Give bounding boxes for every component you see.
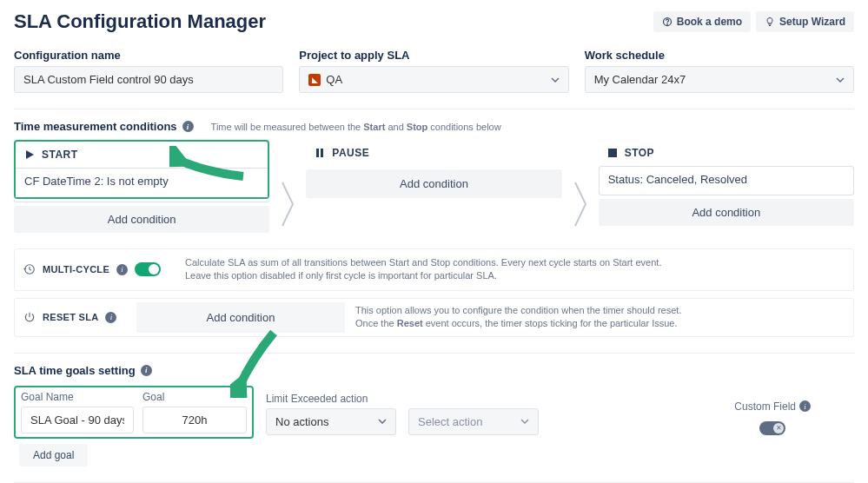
goal-value-input[interactable] [142,407,247,433]
stop-header: STOP [599,140,854,166]
stop-condition[interactable]: Status: Canceled, Resolved [599,166,854,195]
goals-title: SLA time goals setting i [14,364,854,377]
multicycle-desc: Calculate SLA as sum of all transitions … [185,256,661,283]
schedule-label: Work schedule [585,49,854,62]
project-label: Project to apply SLA [299,49,568,62]
bulb-icon [765,17,775,27]
svg-point-1 [666,23,667,24]
stop-icon [607,148,618,158]
tmc-title: Time measurement conditions i [14,120,194,133]
chevron-down-icon [378,417,387,426]
add-goal-button[interactable]: Add goal [19,444,88,466]
multicycle-label: MULTI-CYCLE [43,264,109,275]
svg-rect-2 [316,149,319,157]
start-header: START [16,142,268,168]
pause-icon [315,148,325,158]
book-demo-button[interactable]: Book a demo [653,11,751,32]
play-icon [24,149,35,160]
separator-chevron [571,140,590,233]
limit-header: Limit Exceeded action [266,393,396,405]
tmc-hint: Time will be measured between the Start … [211,122,501,132]
info-icon[interactable]: i [116,264,128,275]
question-icon [662,17,673,27]
start-add-condition-button[interactable]: Add condition [14,206,269,233]
info-icon[interactable]: i [182,121,194,132]
project-select[interactable]: ◣QA [299,66,568,93]
multicycle-row: MULTI-CYCLE i Calculate SLA as sum of al… [14,248,854,291]
reset-desc: This option allows you to configure the … [345,299,692,336]
chevron-down-icon [836,76,845,84]
multicycle-toggle[interactable] [135,262,161,276]
pause-add-condition-button[interactable]: Add condition [306,169,561,198]
config-name-input[interactable] [14,66,283,93]
separator-chevron [278,140,297,233]
custom-field-header: Custom Field i [734,400,811,413]
goal-name-header: Goal Name [21,391,134,403]
info-icon[interactable]: i [799,400,811,412]
chevron-down-icon [520,417,529,426]
info-icon[interactable]: i [105,312,116,323]
limit-action-select[interactable]: No actions [266,408,396,435]
setup-wizard-button[interactable]: Setup Wizard [756,11,854,32]
reset-row: RESET SLA i Add condition This option al… [14,298,854,337]
power-icon [23,311,36,323]
goal-header: Goal [142,391,247,403]
page-title: SLA Configuration Manager [14,10,266,33]
select-action-select[interactable]: Select action [408,408,539,435]
history-icon [23,263,36,275]
chevron-down-icon [551,76,560,84]
reset-add-condition-button[interactable]: Add condition [136,302,345,333]
goal-name-input[interactable] [21,407,134,433]
schedule-select[interactable]: My Calendar 24x7 [585,66,854,93]
pause-header: PAUSE [306,140,561,166]
config-name-label: Configuration name [14,49,283,62]
custom-field-toggle[interactable]: ✕ [759,421,785,435]
reset-label: RESET SLA [43,312,98,322]
stop-add-condition-button[interactable]: Add condition [599,199,854,226]
svg-rect-3 [321,149,323,157]
svg-rect-4 [608,149,617,157]
info-icon[interactable]: i [141,365,152,376]
project-icon: ◣ [308,74,321,86]
start-condition[interactable]: CF DateTime 2: Is not empty [16,168,268,197]
